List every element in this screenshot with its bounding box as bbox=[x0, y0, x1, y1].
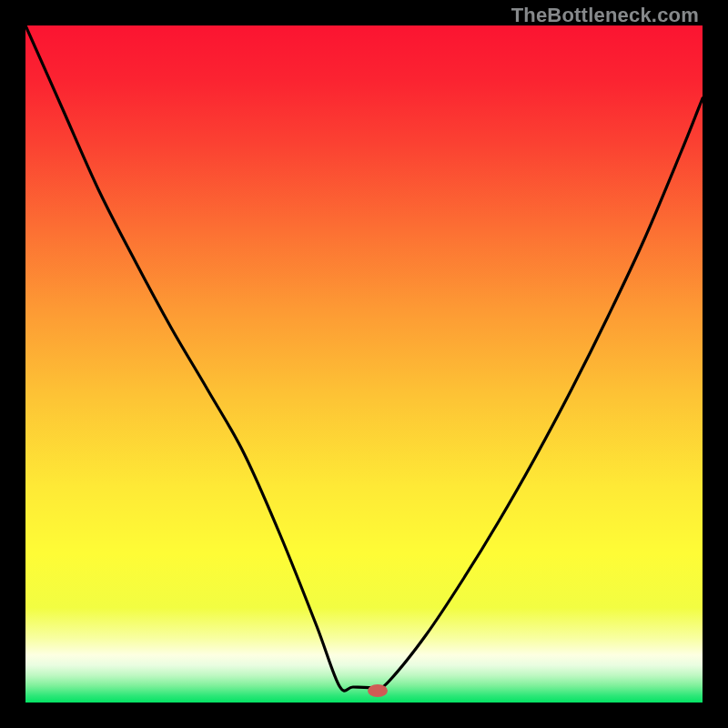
chart-canvas bbox=[25, 25, 703, 703]
watermark-text: TheBottleneck.com bbox=[511, 4, 699, 27]
chart-frame bbox=[25, 25, 703, 703]
curve-marker bbox=[368, 684, 388, 697]
chart-background bbox=[25, 25, 703, 703]
